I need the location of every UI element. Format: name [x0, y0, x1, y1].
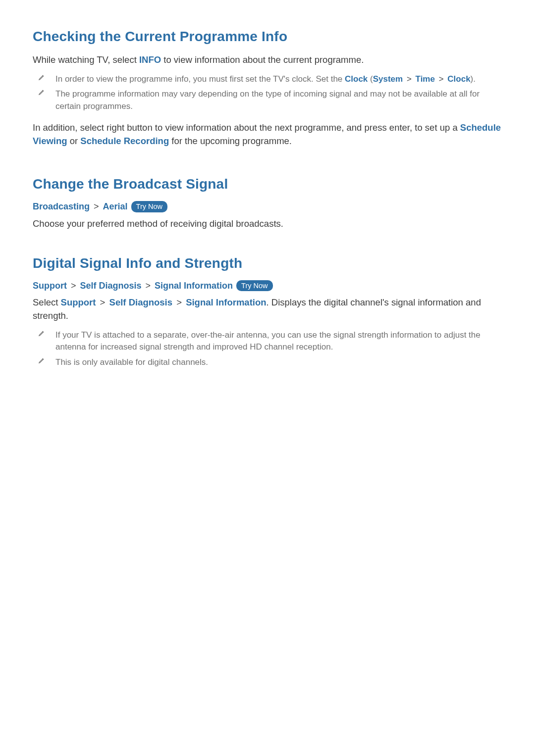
path-sep: >: [172, 297, 186, 307]
note-text: In order to view the programme info, you…: [55, 73, 476, 86]
system-keyword: System: [373, 74, 403, 84]
support-keyword: Support: [61, 297, 96, 307]
section-gap: [33, 236, 502, 255]
try-now-badge[interactable]: Try Now: [236, 280, 272, 292]
note-item: The programme information may vary depen…: [33, 87, 502, 114]
body-prefix: Select: [33, 297, 61, 307]
note-item: In order to view the programme info, you…: [33, 72, 502, 87]
path-sep: >: [96, 297, 109, 307]
outro-prefix: In addition, select right button to view…: [33, 122, 460, 133]
note-text: The programme information may vary depen…: [55, 88, 502, 112]
signal-information-keyword: Signal Information: [186, 297, 266, 307]
note-list-1: In order to view the programme info, you…: [33, 72, 502, 114]
aerial-keyword: Aerial: [103, 202, 128, 211]
note-item: This is only available for digital chann…: [33, 355, 502, 370]
pencil-icon: [37, 88, 47, 96]
path-sep: >: [90, 202, 103, 211]
note-item: If your TV is attached to a separate, ov…: [33, 328, 502, 355]
intro-suffix: to view information about the current pr…: [161, 54, 364, 65]
path-sep: >: [67, 281, 80, 291]
path-sep: >: [142, 281, 155, 291]
pencil-icon: [37, 73, 47, 81]
self-diagnosis-keyword: Self Diagnosis: [109, 297, 172, 307]
section-title-digital-signal: Digital Signal Info and Strength: [33, 255, 502, 271]
clock2-keyword: Clock: [447, 74, 470, 84]
broadcasting-keyword: Broadcasting: [33, 202, 90, 211]
section-gap: [33, 152, 502, 176]
outro-paragraph: In addition, select right button to view…: [33, 121, 502, 148]
path-sep: >: [403, 74, 415, 84]
signal-information-keyword: Signal Information: [155, 281, 233, 291]
schedule-recording-keyword: Schedule Recording: [80, 136, 169, 146]
self-diagnosis-keyword: Self Diagnosis: [80, 281, 142, 291]
intro-paragraph: While watching TV, select INFO to view i…: [33, 53, 502, 67]
broadcast-body: Choose your preferred method of receivin…: [33, 217, 502, 231]
try-now-badge[interactable]: Try Now: [131, 201, 167, 212]
section-title-programme-info: Checking the Current Programme Info: [33, 29, 502, 45]
note1-open: (: [368, 74, 373, 84]
support-keyword: Support: [33, 281, 67, 291]
section-title-broadcast-signal: Change the Broadcast Signal: [33, 176, 502, 192]
breadcrumb-broadcasting: Broadcasting > Aerial Try Now: [33, 201, 502, 212]
pencil-icon: [37, 329, 47, 337]
path-sep: >: [435, 74, 447, 84]
note-list-2: If your TV is attached to a separate, ov…: [33, 328, 502, 370]
intro-prefix: While watching TV, select: [33, 54, 139, 65]
signal-body: Select Support > Self Diagnosis > Signal…: [33, 296, 502, 323]
note-text: This is only available for digital chann…: [55, 356, 208, 369]
outro-mid: or: [67, 136, 81, 146]
time-keyword: Time: [416, 74, 435, 84]
outro-suffix: for the upcoming programme.: [169, 136, 292, 146]
breadcrumb-signal-info: Support > Self Diagnosis > Signal Inform…: [33, 280, 502, 292]
clock-keyword: Clock: [345, 74, 368, 84]
note1-close: ).: [471, 74, 476, 84]
info-keyword: INFO: [139, 54, 161, 65]
note1-prefix: In order to view the programme info, you…: [55, 74, 345, 84]
page-content: Checking the Current Programme Info Whil…: [0, 0, 535, 370]
note-text: If your TV is attached to a separate, ov…: [55, 329, 502, 353]
pencil-icon: [37, 356, 47, 364]
